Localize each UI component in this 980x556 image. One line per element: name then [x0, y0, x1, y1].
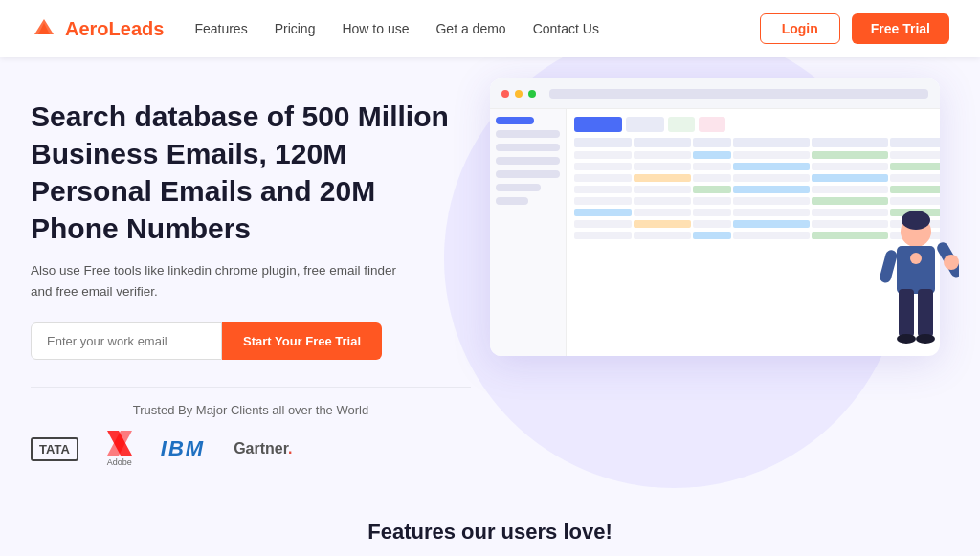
- mockup-btn-primary: [574, 117, 622, 132]
- mockup-dot-green: [528, 90, 536, 98]
- nav-links: Features Pricing How to use Get a demo C…: [194, 21, 759, 36]
- tata-logo: TATA: [31, 437, 78, 461]
- nav-link-pricing[interactable]: Pricing: [275, 21, 316, 36]
- logo-text: AeroLeads: [65, 18, 164, 40]
- mockup-url-bar: [549, 89, 928, 99]
- svg-rect-3: [899, 289, 914, 337]
- svg-point-6: [944, 255, 959, 270]
- svg-point-9: [916, 334, 935, 344]
- free-trial-button[interactable]: Free Trial: [852, 13, 949, 44]
- trusted-label: Trusted By Major Clients all over the Wo…: [31, 403, 471, 417]
- mockup-sidebar-item: [496, 170, 560, 178]
- login-button[interactable]: Login: [760, 13, 840, 44]
- mockup-header: [490, 78, 940, 109]
- mockup-btn-small: [699, 117, 725, 132]
- mockup-sidebar-item: [496, 144, 560, 151]
- mockup-btn-small: [668, 117, 695, 132]
- svg-point-1: [902, 211, 930, 230]
- logo-icon: [31, 15, 57, 42]
- adobe-icon: [107, 431, 132, 456]
- navbar: AeroLeads Features Pricing How to use Ge…: [0, 0, 980, 57]
- hero-subtitle: Also use Free tools like linkedin chrome…: [31, 260, 413, 301]
- nav-link-contact-us[interactable]: Contact Us: [533, 21, 599, 36]
- mockup-sidebar: [490, 109, 567, 356]
- hero-section: Search database of 500 Million Business …: [0, 57, 980, 467]
- logo[interactable]: AeroLeads: [31, 15, 164, 42]
- svg-point-10: [910, 253, 922, 264]
- nav-link-get-demo[interactable]: Get a demo: [435, 21, 505, 36]
- nav-actions: Login Free Trial: [760, 13, 949, 44]
- hero-left: Search database of 500 Million Business …: [31, 88, 471, 467]
- features-section: Features our users love!: [0, 508, 980, 556]
- mockup-sidebar-item: [496, 117, 534, 124]
- mockup-sidebar-item: [496, 197, 528, 205]
- email-form: Start Your Free Trial: [31, 322, 471, 360]
- nav-link-features[interactable]: Features: [194, 21, 247, 36]
- svg-rect-7: [879, 249, 899, 284]
- character-svg: [873, 193, 959, 385]
- mockup-dot-yellow: [515, 90, 523, 98]
- svg-rect-4: [918, 289, 933, 337]
- table-row: [574, 174, 932, 182]
- hero-title: Search database of 500 Million Business …: [31, 98, 471, 247]
- svg-point-8: [897, 334, 916, 344]
- start-trial-button[interactable]: Start Your Free Trial: [222, 322, 382, 360]
- mockup-btn-secondary: [626, 117, 664, 132]
- table-row: [574, 163, 932, 170]
- mockup-sidebar-item: [496, 130, 560, 138]
- ibm-logo: IBM: [161, 436, 205, 461]
- mockup-dot-red: [501, 90, 509, 98]
- adobe-logo: Adobe: [107, 431, 132, 467]
- trusted-section: Trusted By Major Clients all over the Wo…: [31, 387, 471, 467]
- mockup-toolbar: [574, 117, 932, 132]
- hero-right: [490, 88, 949, 385]
- email-input[interactable]: [31, 322, 222, 360]
- features-title: Features our users love!: [11, 520, 969, 545]
- character-illustration: [873, 193, 959, 385]
- table-row: [574, 186, 932, 193]
- mockup-sidebar-item: [496, 184, 541, 191]
- nav-link-how-to-use[interactable]: How to use: [342, 21, 409, 36]
- mockup-table-header: [574, 138, 932, 147]
- gartner-logo: Gartner.: [234, 440, 292, 457]
- mockup-sidebar-item: [496, 157, 560, 165]
- client-logos: TATA Adobe IBM Gartner.: [31, 431, 471, 467]
- table-row: [574, 151, 932, 159]
